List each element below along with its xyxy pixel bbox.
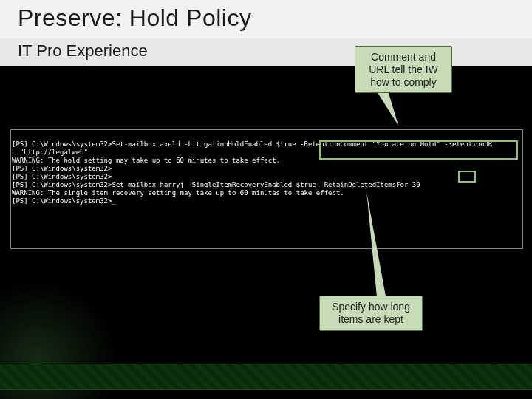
ps-line: L "http://legalweb" [12, 149, 88, 156]
slide-subtitle: IT Pro Experience [18, 41, 148, 61]
callout-bottom: Specify how long items are kept [319, 296, 423, 331]
ps-warning: WARNING: The hold setting may take up to… [12, 157, 280, 164]
callout-top: Comment and URL tell the IW how to compl… [355, 46, 452, 93]
ps-prompt: [PS] C:\Windows\system32>_ [12, 197, 116, 205]
footer-band [0, 364, 532, 390]
ps-prompt: [PS] C:\Windows\system32> [12, 173, 112, 180]
ps-line-hl: 30 [412, 181, 420, 188]
ps-prompt: [PS] C:\Windows\system32> [12, 165, 112, 172]
ps-line-hl: -RetentionComment "You are on Hold" -Ret… [300, 140, 492, 148]
ps-warning: WARNING: The single item recovery settin… [12, 189, 344, 197]
slide-title: Preserve: Hold Policy [18, 4, 251, 32]
ps-line: [PS] C:\Windows\system32>Set-mailbox axe… [12, 140, 300, 148]
ps-line: [PS] C:\Windows\system32>Set-mailbox har… [12, 181, 412, 188]
header-spacer [0, 66, 532, 129]
terminal-output[interactable]: [PS] C:\Windows\system32>Set-mailbox axe… [12, 140, 520, 245]
